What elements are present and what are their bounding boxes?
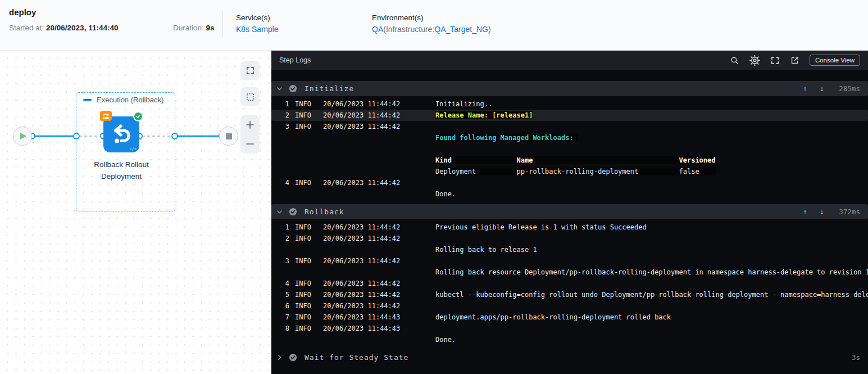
log-section: Initialize↑↓285ms1INFO20/06/2023 11:44:4… — [271, 81, 868, 200]
environments-label: Environment(s) — [372, 13, 491, 22]
gear-icon — [749, 55, 760, 66]
infrastructure-suffix: ) — [488, 25, 491, 34]
log-line: 3INFO20/06/2023 11:44:42 — [271, 121, 868, 132]
log-section-header[interactable]: Wait for Steady State3s — [271, 350, 868, 365]
log-line: 6INFO20/06/2023 11:44:42 — [271, 300, 868, 312]
canvas-marquee-select-button[interactable] — [240, 87, 260, 106]
expand-icon — [770, 56, 780, 65]
log-line: Kind Name Versioned — [271, 155, 868, 166]
log-line: 4INFO20/06/2023 11:44:42 — [271, 278, 868, 289]
scroll-to-bottom-icon[interactable]: ↓ — [820, 208, 824, 216]
canvas-fullscreen-button[interactable] — [240, 61, 260, 80]
step-logs-panel: Step Logs — [271, 51, 868, 374]
section-duration: 3s — [837, 353, 860, 362]
log-line: Found following Managed Workloads: — [271, 132, 868, 143]
zoom-in-button[interactable] — [240, 115, 260, 134]
search-button[interactable] — [730, 56, 739, 65]
services-block: Service(s) K8s Sample — [236, 13, 278, 34]
infrastructure-link[interactable]: QA_Target_NG — [434, 25, 488, 34]
log-line: 2INFO20/06/2023 11:44:42Release Name: [r… — [271, 110, 868, 121]
execution-header: deploy Started at: 20/06/2023, 11:44:40 … — [0, 0, 868, 51]
started-at: Started at: 20/06/2023, 11:44:40 — [9, 24, 118, 32]
started-at-label: Started at: — [9, 24, 44, 32]
log-line: Done. — [271, 334, 868, 345]
rollback-step-icon — [110, 123, 133, 146]
services-label: Service(s) — [236, 13, 278, 22]
log-line: 5INFO20/06/2023 11:44:42kubectl --kubeco… — [271, 289, 868, 300]
console-view-button[interactable]: Console View — [810, 55, 860, 66]
zoom-out-button[interactable] — [240, 134, 260, 154]
section-title: Wait for Steady State — [305, 353, 408, 362]
section-title: Initialize — [305, 84, 354, 93]
log-line: Rolling back resource Deployment/pp-roll… — [271, 267, 868, 278]
pipeline-canvas[interactable]: Execution (Rollback) </> — [0, 51, 271, 374]
step-label: Rollback Rollout Deployment — [82, 159, 161, 183]
start-node[interactable] — [13, 127, 32, 146]
log-line — [271, 143, 868, 155]
chevron-right-icon[interactable] — [276, 354, 283, 361]
fullscreen-icon — [246, 66, 255, 75]
log-line: 1INFO20/06/2023 11:44:42Previous eligibl… — [271, 222, 868, 233]
stage-label[interactable]: Execution (Rollback) — [83, 96, 163, 104]
environments-block: Environment(s) QA(Infrastructure:QA_Targ… — [372, 13, 491, 34]
log-section: Rollback↑↓372ms1INFO20/06/2023 11:44:42P… — [271, 204, 868, 345]
success-check-icon — [133, 111, 143, 121]
scroll-to-top-icon[interactable]: ↑ — [803, 208, 807, 216]
log-section-header[interactable]: Initialize↑↓285ms — [271, 81, 868, 96]
scroll-to-top-icon[interactable]: ↑ — [803, 84, 807, 93]
log-line: 1INFO20/06/2023 11:44:42Initializing.. — [271, 98, 868, 110]
play-icon — [20, 133, 26, 139]
log-line: 7INFO20/06/2023 11:44:43deployment.apps/… — [271, 312, 868, 323]
log-line: 2INFO20/06/2023 11:44:42 — [271, 233, 868, 244]
environment-link[interactable]: QA — [372, 25, 383, 34]
check-circle-icon — [289, 353, 297, 362]
header-divider — [222, 11, 223, 37]
log-line: 3INFO20/06/2023 11:44:42 — [271, 255, 868, 267]
step-node-rollback[interactable]: </> — [103, 116, 139, 152]
step-logs-title: Step Logs — [279, 56, 311, 64]
log-section: Wait for Steady State3s — [271, 350, 868, 365]
plus-icon — [245, 120, 255, 130]
log-settings-button[interactable] — [749, 55, 760, 66]
log-line: Done. — [271, 188, 868, 200]
started-at-value: 20/06/2023, 11:44:40 — [46, 24, 118, 32]
open-in-new-icon — [790, 56, 799, 65]
marquee-select-icon — [246, 92, 255, 102]
log-line: Deployment pp-rollback-rolling-deploymen… — [271, 166, 868, 177]
canvas-zoom-controls — [240, 115, 260, 154]
log-line: Rolling back to release 1 — [271, 244, 868, 255]
log-fullscreen-button[interactable] — [770, 56, 780, 65]
stop-icon — [226, 133, 232, 139]
service-link[interactable]: K8s Sample — [236, 25, 278, 34]
duration-value: 9s — [206, 24, 215, 32]
step-logs-toolbar: Step Logs — [271, 51, 868, 70]
duration: Duration: 9s — [173, 24, 215, 32]
section-duration: 372ms — [837, 208, 860, 216]
infrastructure-prefix: (Infrastructure: — [383, 25, 434, 34]
log-line: 4INFO20/06/2023 11:44:42 — [271, 177, 868, 188]
end-node[interactable] — [219, 127, 238, 146]
chevron-down-icon[interactable] — [276, 85, 283, 92]
log-section-header[interactable]: Rollback↑↓372ms — [271, 204, 868, 219]
check-circle-icon — [289, 208, 297, 216]
minus-icon — [245, 139, 255, 149]
section-duration: 285ms — [837, 84, 860, 93]
log-line: 8INFO20/06/2023 11:44:43 — [271, 323, 868, 334]
duration-label: Duration: — [173, 24, 204, 32]
search-icon — [730, 56, 739, 65]
chevron-down-icon[interactable] — [276, 208, 283, 215]
section-title: Rollback — [305, 208, 344, 216]
code-glyph: </> — [129, 147, 137, 151]
page-title: deploy — [9, 7, 36, 17]
rollout-badge-icon — [100, 111, 112, 121]
collapse-dash-icon[interactable] — [83, 99, 92, 101]
open-in-new-button[interactable] — [790, 56, 799, 65]
scroll-to-bottom-icon[interactable]: ↓ — [820, 84, 824, 93]
check-circle-icon — [289, 84, 297, 93]
log-sections: Initialize↑↓285ms1INFO20/06/2023 11:44:4… — [271, 70, 868, 374]
